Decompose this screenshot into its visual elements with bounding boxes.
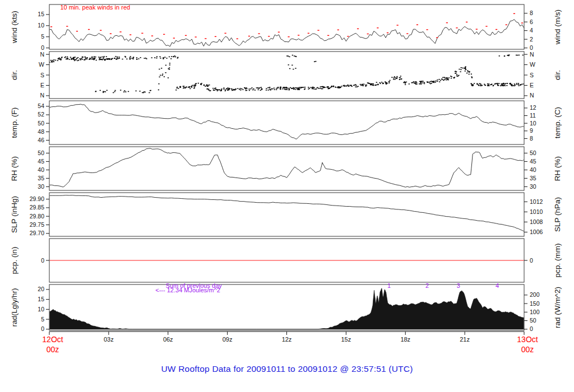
wind-dir-point [456,76,457,77]
wind-dir-point [389,80,390,81]
pcp-ylabel-left: pcp. (in) [10,247,18,274]
wind-dir-point [285,89,286,90]
wind-dir-point [376,82,377,83]
wind-dir-point [66,59,67,60]
wind-dir-point [430,83,431,85]
wind-dir-point [442,77,443,78]
wind-dir-point [293,69,294,70]
temp-left-tick-label: 54 [38,102,44,109]
wind-dir-point [246,88,247,90]
wind-dir-point [158,90,159,91]
wind-dir-point [246,87,247,88]
wind-dir-point [82,59,83,60]
wind-dir-point [135,91,136,92]
temp-left-tick-label: 46 [38,137,44,143]
wind-dir-point [55,60,56,61]
wind-dir-point [284,87,285,88]
wind-dir-point [388,82,390,83]
wind-dir-point [520,84,521,85]
slp-right-tick-label: 1008 [530,218,543,225]
wind-dir-point [288,64,289,66]
rh-left-tick-label: 45 [38,158,44,165]
wind-dir-point [518,83,519,84]
wind-dir-point [73,57,74,58]
wind-dir-point [304,87,305,88]
peak-wind-mark [506,25,507,25]
wind-dir-point [107,90,108,91]
peak-wind-mark [224,33,226,34]
rad-annotation: <--- 12.34 MJoules/m^2 [155,287,220,293]
wind-dir-point [429,81,430,82]
temp-right-tick-label: 10 [530,120,536,127]
wind-dir-point [104,56,105,57]
peak-wind-mark [129,34,131,35]
wind-dir-point [283,87,284,88]
wind-dir-point [105,59,106,60]
wind-dir-point [344,85,345,86]
wind-dir-point [295,56,296,57]
wind-dir-point [515,85,516,86]
wind-dir-point [494,83,496,85]
wind-dir-point [144,58,145,59]
rh-right-tick-label: 45 [530,158,536,165]
wind-dir-point [400,76,401,77]
date-label: 12Oct [42,335,63,344]
wind-dir-point [183,86,184,87]
wind-dir-point [81,58,82,59]
wind-dir-point [396,77,397,78]
wind-dir-point [350,85,351,86]
wind-dir-point [295,89,296,90]
peak-wind-mark [466,22,467,22]
wind-dir-point [67,57,68,58]
temp-ylabel-right: temp. (C) [553,107,562,138]
wind-dir-point [242,89,243,90]
wind-dir-point [355,85,357,86]
dir-right-tick-label: N [530,92,534,99]
wind-dir-point [291,88,292,89]
wind-dir-point [53,61,54,62]
rad-left-tick-label: 20 [38,286,44,292]
wind-dir-point [60,59,61,60]
peak-wind-mark [521,22,523,23]
peak-wind-mark [357,29,359,29]
wind-dir-point [440,80,441,81]
wind-dir-point [106,58,107,59]
rh-left-tick-label: 30 [38,183,44,190]
temp-right-tick-label: 9 [530,127,533,134]
wind-dir-point [70,57,71,58]
wind-dir-point [169,67,170,68]
temp-right-tick-label: 12 [530,104,536,111]
wind-dir-point [355,86,356,87]
wind-dir-point [276,89,277,90]
wind-dir-point [267,90,269,91]
wind-dir-point [169,63,170,64]
wind-dir-point [169,57,170,58]
peak-wind-mark [278,32,280,32]
wind-dir-point [337,86,339,87]
wind-dir-point [358,86,359,87]
wind-dir-point [400,77,401,78]
peak-wind-mark [151,35,153,36]
wind-dir-point [315,61,316,62]
wind-dir-point [72,58,73,59]
wind-dir-point [507,55,508,56]
wind-dir-point [120,90,121,91]
wind-dir-point [291,65,293,66]
wind-dir-point [502,85,503,86]
wind-dir-point [80,59,81,60]
wind-dir-point [136,57,137,58]
wind-dir-point [103,58,104,59]
wind-dir-point [469,74,470,75]
wind-dir-point [122,59,123,60]
wind-dir-point [286,55,288,57]
wind-dir-point [294,55,295,57]
peak-wind-mark [215,36,216,37]
wind-dir-point [433,81,434,82]
wind-dir-point [85,57,86,58]
wind-dir-point [198,83,199,84]
rad-ylabel-left: rad(Lgly/hr) [10,288,18,326]
peak-wind-mark [513,13,515,14]
panel-temp: 464850525489101112temp. (F)temp. (C) [10,101,562,144]
wind-dir-point [193,88,195,89]
wind-dir-point [401,78,402,80]
